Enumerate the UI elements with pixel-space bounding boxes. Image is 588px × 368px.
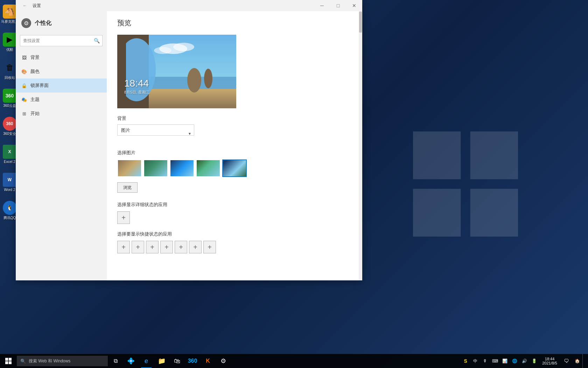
- main-content: 预览: [107, 11, 362, 280]
- detail-status-label: 选择显示详细状态的应用: [117, 202, 352, 208]
- back-button[interactable]: ←: [20, 1, 30, 11]
- thumb-5[interactable]: [222, 159, 247, 177]
- taskbar: 🔍 搜索 Web 和 Windows ⧉ 💠 e 📁 🛍 360: [0, 354, 588, 368]
- taskbar-settings-icon[interactable]: ⚙: [216, 354, 231, 368]
- taskbar-360-icon[interactable]: 360: [185, 354, 200, 368]
- maximize-button[interactable]: □: [330, 0, 346, 11]
- taskbar-360k-icon[interactable]: K: [200, 354, 216, 368]
- lock-icon: 🔒: [21, 83, 27, 88]
- quick-add-btn-3[interactable]: +: [146, 241, 159, 253]
- quick-status-buttons: + + + + + + +: [117, 241, 352, 253]
- main-scrollbar[interactable]: [359, 11, 362, 280]
- sidebar-item-color[interactable]: 🎨 颜色: [16, 64, 107, 79]
- svg-point-11: [204, 69, 212, 88]
- choose-images-label: 选择图片: [117, 150, 352, 156]
- clock-date: 2021/8/5: [542, 361, 557, 365]
- tray-icon-3[interactable]: 🎙: [481, 354, 490, 368]
- taskbar-clock[interactable]: 18:44 2021/8/5: [539, 354, 560, 368]
- quick-add-btn-7[interactable]: +: [203, 241, 216, 253]
- svg-rect-9: [117, 35, 126, 108]
- quick-add-btn-4[interactable]: +: [160, 241, 173, 253]
- svg-rect-0: [413, 131, 461, 179]
- show-desktop-button[interactable]: [582, 354, 585, 368]
- svg-point-13: [173, 43, 194, 51]
- tray-icon-4[interactable]: ⌨: [490, 354, 499, 368]
- thumb-4-img: [197, 160, 220, 176]
- title-bar-left: ← 设置: [20, 1, 41, 11]
- sidebar-title: 个性化: [35, 20, 51, 27]
- svg-rect-3: [470, 189, 518, 237]
- tray-icon-1[interactable]: S: [461, 354, 470, 368]
- desktop: 🐴 马赛克图片 ▶ 优酷 🗑 回收站 360 360云盘 360 360安全 X…: [0, 0, 588, 368]
- task-view-button[interactable]: ⧉: [108, 354, 123, 368]
- title-bar-nav: ←: [20, 1, 30, 11]
- taskbar-search-text: 搜索 Web 和 Windows: [29, 358, 70, 364]
- thumb-1-img: [118, 160, 141, 176]
- thumb-3-img: [170, 160, 194, 176]
- minimize-button[interactable]: ─: [314, 0, 330, 11]
- bg-dropdown[interactable]: 图片: [117, 124, 194, 136]
- quick-add-btn-6[interactable]: +: [189, 241, 202, 253]
- start-icon: [5, 358, 12, 364]
- gear-icon: ⚙: [21, 18, 31, 28]
- thumb-4[interactable]: [196, 159, 220, 177]
- preview-background: [117, 35, 236, 108]
- settings-window: ← 设置 ─ □ ✕ ⚙ 个性化 🔍: [16, 0, 362, 280]
- taskbar-apps: 💠 e 📁 🛍 360 K ⚙: [123, 354, 231, 368]
- search-icon: 🔍: [94, 38, 100, 43]
- title-bar: ← 设置 ─ □ ✕: [16, 0, 362, 11]
- quick-status-label: 选择要显示快捷状态的应用: [117, 231, 352, 237]
- taskbar-fan-icon[interactable]: 💠: [123, 354, 139, 368]
- quick-add-btn-5[interactable]: +: [175, 241, 187, 253]
- preview-date: 8月5日, 星期三: [124, 90, 150, 95]
- taskbar-edge-icon[interactable]: e: [139, 354, 154, 368]
- taskbar-explorer-icon[interactable]: 📁: [154, 354, 169, 368]
- sidebar-item-background[interactable]: 🖼 背景: [16, 50, 107, 64]
- tray-network-icon[interactable]: 🌐: [510, 354, 519, 368]
- quick-add-btn-1[interactable]: +: [117, 241, 130, 253]
- bg-dropdown-wrapper: 图片 ▼: [117, 124, 194, 143]
- search-input[interactable]: [20, 35, 103, 46]
- background-icon: 🖼: [21, 55, 27, 60]
- browse-button[interactable]: 浏览: [117, 182, 138, 193]
- tray-extra-icon[interactable]: 🏠: [573, 354, 582, 368]
- tray-icon-5[interactable]: 📊: [500, 354, 509, 368]
- svg-rect-18: [9, 361, 12, 364]
- clock-time: 18:44: [545, 357, 555, 361]
- sidebar-item-theme[interactable]: 🎭 主题: [16, 93, 107, 107]
- quick-add-btn-2[interactable]: +: [132, 241, 144, 253]
- preview-time: 18:44: [124, 78, 149, 89]
- thumb-3[interactable]: [170, 159, 194, 177]
- tray-battery-icon[interactable]: 🔋: [530, 354, 539, 368]
- svg-rect-17: [5, 361, 8, 364]
- taskbar-search[interactable]: 🔍 搜索 Web 和 Windows: [17, 356, 108, 366]
- sidebar-item-start[interactable]: ⊞ 开始: [16, 107, 107, 121]
- svg-rect-1: [470, 131, 518, 179]
- theme-icon: 🎭: [21, 97, 27, 102]
- sidebar-header: ⚙ 个性化: [16, 15, 107, 35]
- start-button[interactable]: [0, 354, 17, 368]
- sidebar-search: 🔍: [20, 35, 103, 46]
- svg-point-10: [187, 68, 201, 93]
- start-icon: ⊞: [21, 111, 27, 116]
- svg-rect-2: [413, 189, 461, 237]
- detail-status-add-button[interactable]: +: [117, 211, 130, 224]
- sidebar-item-lockscreen[interactable]: 🔒 锁屏界面: [16, 79, 107, 93]
- taskbar-store-icon[interactable]: 🛍: [169, 354, 185, 368]
- main-scrollbar-thumb[interactable]: [359, 12, 362, 33]
- notification-button[interactable]: 🗨: [561, 354, 572, 368]
- thumb-5-img: [223, 160, 246, 176]
- thumb-2[interactable]: [144, 159, 168, 177]
- tray-volume-icon[interactable]: 🔊: [520, 354, 529, 368]
- thumb-2-img: [144, 160, 167, 176]
- section-title: 预览: [117, 18, 352, 28]
- settings-content: ⚙ 个性化 🔍 🖼 背景 🎨 颜色 🔒: [16, 11, 362, 280]
- bg-label: 背景: [117, 115, 352, 122]
- preview-scene: [117, 35, 236, 108]
- tray-lang-icon[interactable]: 中: [471, 354, 480, 368]
- image-thumbnails: [117, 159, 352, 177]
- close-button[interactable]: ✕: [346, 0, 362, 11]
- svg-rect-16: [9, 358, 12, 361]
- thumb-1[interactable]: [117, 159, 142, 177]
- taskbar-system-tray: S 中 🎙 ⌨ 📊 🌐 🔊 🔋 18:44 2021/8/5 🗨 🏠: [461, 354, 588, 368]
